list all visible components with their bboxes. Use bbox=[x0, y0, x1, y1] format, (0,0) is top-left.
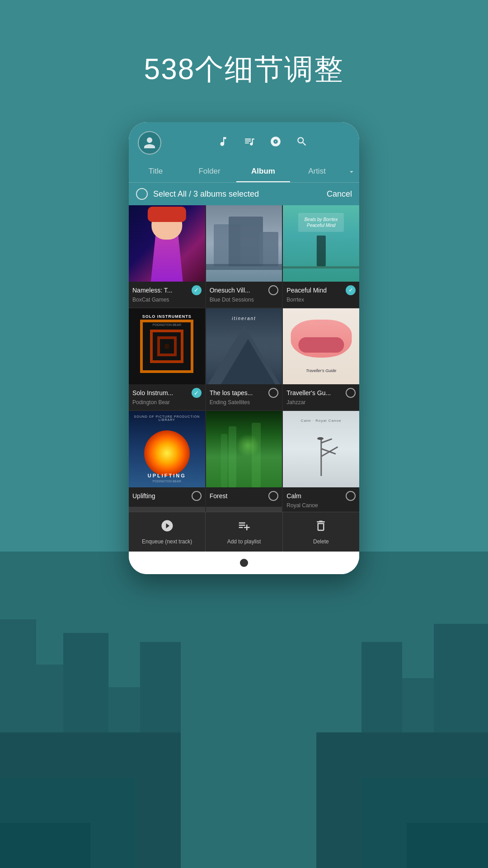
phone-bottom bbox=[129, 552, 359, 574]
action-bar: Enqueue (next track) Add to playlist Del… bbox=[129, 512, 359, 552]
album-name: The los tapes... bbox=[210, 389, 267, 396]
dropdown-arrow[interactable] bbox=[344, 161, 359, 182]
nav-icons bbox=[175, 136, 350, 150]
album-artist: Jahzzar bbox=[286, 399, 356, 406]
album-item[interactable]: Nameless: T... BoxCat Games bbox=[129, 205, 205, 307]
check-circle[interactable] bbox=[268, 491, 278, 501]
album-artist: Blue Dot Sessions bbox=[210, 297, 279, 303]
selection-bar: Select All / 3 albums selected Cancel bbox=[129, 183, 359, 205]
album-info: Calm Royal Canoe bbox=[283, 487, 359, 512]
tab-title[interactable]: Title bbox=[129, 161, 183, 182]
tab-album[interactable]: Album bbox=[236, 161, 290, 182]
selection-text: Select All / 3 albums selected bbox=[153, 189, 321, 199]
album-name: Forest bbox=[210, 492, 267, 500]
check-circle[interactable] bbox=[346, 388, 356, 398]
add-playlist-button[interactable]: Add to playlist bbox=[206, 512, 282, 552]
top-nav bbox=[129, 122, 359, 161]
album-artist: BoxCat Games bbox=[132, 297, 202, 303]
add-playlist-label: Add to playlist bbox=[227, 538, 261, 545]
album-info: Solo Instrum... Podington Bear bbox=[129, 384, 205, 410]
delete-button[interactable]: Delete bbox=[283, 512, 359, 552]
check-circle[interactable] bbox=[192, 388, 202, 398]
disc-icon[interactable] bbox=[270, 136, 282, 150]
albums-grid: Nameless: T... BoxCat Games bbox=[129, 205, 359, 512]
album-info: Forest bbox=[206, 487, 282, 507]
album-name: Uplifting bbox=[132, 492, 189, 500]
phone-mockup: Title Folder Album Artist Select All / 3… bbox=[129, 122, 359, 574]
album-item[interactable]: Traveller's Guide Traveller's Gu... Jahz… bbox=[283, 308, 359, 410]
album-artist: Ending Satellites bbox=[210, 399, 279, 406]
delete-label: Delete bbox=[313, 538, 329, 545]
album-item[interactable]: SOUND OF PICTURE PRODUCTION LIBRARY UPLI… bbox=[129, 411, 205, 512]
album-name: Traveller's Gu... bbox=[286, 389, 343, 396]
album-item[interactable]: SOLO INSTRUMENTS PODINGTON BEAR bbox=[129, 308, 205, 410]
enqueue-button[interactable]: Enqueue (next track) bbox=[129, 512, 205, 552]
album-info: Onesuch Vill... Blue Dot Sessions bbox=[206, 282, 282, 307]
album-item[interactable]: Forest bbox=[206, 411, 282, 512]
album-name: Solo Instrum... bbox=[132, 389, 189, 396]
svg-rect-11 bbox=[0, 823, 90, 868]
check-circle[interactable] bbox=[346, 285, 356, 295]
check-circle[interactable] bbox=[192, 285, 202, 295]
album-name: Onesuch Vill... bbox=[210, 287, 267, 294]
avatar[interactable] bbox=[138, 131, 161, 155]
album-info: Uplifting bbox=[129, 487, 205, 507]
album-info: Traveller's Gu... Jahzzar bbox=[283, 384, 359, 410]
album-artist: Podington Bear bbox=[132, 399, 202, 406]
cityscape-bg bbox=[0, 552, 488, 868]
album-item[interactable]: itinerant The los tapes... Ending Satell… bbox=[206, 308, 282, 410]
check-circle[interactable] bbox=[268, 285, 278, 295]
svg-rect-14 bbox=[407, 823, 488, 868]
album-item[interactable]: Beats by BorrtexPeaceful Mind Peaceful M… bbox=[283, 205, 359, 307]
album-info: The los tapes... Ending Satellites bbox=[206, 384, 282, 410]
select-all-circle[interactable] bbox=[136, 188, 148, 200]
album-artist: Borrtex bbox=[286, 297, 356, 303]
check-circle[interactable] bbox=[268, 388, 278, 398]
home-button[interactable] bbox=[240, 559, 248, 567]
add-playlist-icon bbox=[237, 519, 251, 536]
enqueue-icon bbox=[160, 519, 174, 536]
album-artist: Royal Canoe bbox=[286, 502, 356, 509]
search-icon[interactable] bbox=[296, 136, 308, 150]
tab-artist[interactable]: Artist bbox=[290, 161, 344, 182]
music-icon[interactable] bbox=[217, 136, 229, 150]
album-info: Peaceful Mind Borrtex bbox=[283, 282, 359, 307]
delete-icon bbox=[314, 519, 328, 536]
page-title: 538个细节调整 bbox=[0, 50, 488, 89]
check-circle[interactable] bbox=[192, 491, 202, 501]
album-name: Calm bbox=[286, 492, 343, 500]
album-name: Nameless: T... bbox=[132, 287, 189, 294]
album-name: Peaceful Mind bbox=[286, 287, 343, 294]
queue-icon[interactable] bbox=[244, 136, 255, 150]
album-item[interactable]: Onesuch Vill... Blue Dot Sessions bbox=[206, 205, 282, 307]
tab-folder[interactable]: Folder bbox=[183, 161, 236, 182]
album-info: Nameless: T... BoxCat Games bbox=[129, 282, 205, 307]
check-circle[interactable] bbox=[346, 491, 356, 501]
cancel-button[interactable]: Cancel bbox=[327, 189, 352, 199]
album-item[interactable]: Calm · Royal Canoe Calm Royal Canoe bbox=[283, 411, 359, 512]
enqueue-label: Enqueue (next track) bbox=[142, 538, 192, 545]
tab-bar: Title Folder Album Artist bbox=[129, 161, 359, 183]
